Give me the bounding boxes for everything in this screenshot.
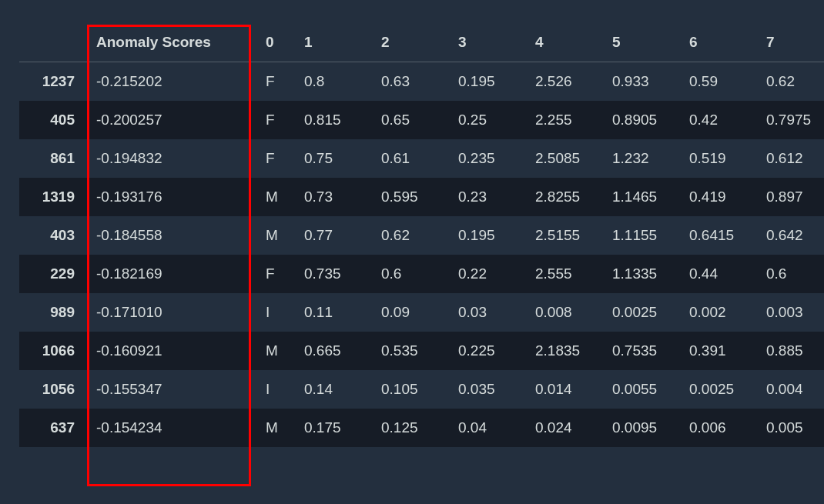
row-index: 861	[19, 139, 89, 178]
cell: 2.255	[528, 101, 605, 139]
table-row: 1319 -0.193176 M 0.73 0.595 0.23 2.8255 …	[19, 178, 824, 216]
cell: 0.6415	[682, 216, 759, 255]
cell-anomaly: -0.184558	[89, 216, 258, 255]
cell: F	[258, 62, 296, 102]
table-row: 1237 -0.215202 F 0.8 0.63 0.195 2.526 0.…	[19, 62, 824, 102]
col-header-anomaly: Anomaly Scores	[89, 23, 258, 62]
cell: 2.5085	[528, 139, 605, 178]
table-row: 1056 -0.155347 I 0.14 0.105 0.035 0.014 …	[19, 370, 824, 409]
data-table: Anomaly Scores 0 1 2 3 4 5 6 7 1237 -0.2…	[19, 23, 824, 447]
cell: 0.6	[759, 255, 824, 293]
cell: 0.008	[528, 293, 605, 332]
cell: 0.235	[451, 139, 528, 178]
index-header	[19, 23, 89, 62]
cell: 0.175	[296, 409, 373, 447]
cell: 0.885	[759, 332, 824, 370]
cell: 0.004	[759, 370, 824, 409]
cell: 0.897	[759, 178, 824, 216]
cell: 0.44	[682, 255, 759, 293]
cell: 0.73	[296, 178, 373, 216]
cell: 0.035	[451, 370, 528, 409]
cell: 0.933	[605, 62, 682, 102]
table-row: 637 -0.154234 M 0.175 0.125 0.04 0.024 0…	[19, 409, 824, 447]
cell: 2.1835	[528, 332, 605, 370]
cell: M	[258, 332, 296, 370]
row-index: 637	[19, 409, 89, 447]
col-header-2: 2	[373, 23, 451, 62]
cell: 0.04	[451, 409, 528, 447]
row-index: 1237	[19, 62, 89, 102]
table-row: 1066 -0.160921 M 0.665 0.535 0.225 2.183…	[19, 332, 824, 370]
cell: 0.0095	[605, 409, 682, 447]
cell: 0.77	[296, 216, 373, 255]
cell: 0.03	[451, 293, 528, 332]
cell-anomaly: -0.193176	[89, 178, 258, 216]
cell: 0.59	[682, 62, 759, 102]
col-header-0: 0	[258, 23, 296, 62]
cell: 0.09	[373, 293, 451, 332]
col-header-3: 3	[451, 23, 528, 62]
cell: M	[258, 216, 296, 255]
cell: 0.62	[759, 62, 824, 102]
cell-anomaly: -0.154234	[89, 409, 258, 447]
cell: 0.14	[296, 370, 373, 409]
table-row: 861 -0.194832 F 0.75 0.61 0.235 2.5085 1…	[19, 139, 824, 178]
cell: 0.665	[296, 332, 373, 370]
cell: 0.815	[296, 101, 373, 139]
cell: 0.005	[759, 409, 824, 447]
cell: 0.535	[373, 332, 451, 370]
cell: 1.232	[605, 139, 682, 178]
cell: 0.23	[451, 178, 528, 216]
cell: F	[258, 255, 296, 293]
cell: 0.11	[296, 293, 373, 332]
cell: 0.25	[451, 101, 528, 139]
cell: 0.391	[682, 332, 759, 370]
col-header-1: 1	[296, 23, 373, 62]
cell: 0.105	[373, 370, 451, 409]
cell: 0.612	[759, 139, 824, 178]
cell: F	[258, 101, 296, 139]
cell: F	[258, 139, 296, 178]
table-row: 229 -0.182169 F 0.735 0.6 0.22 2.555 1.1…	[19, 255, 824, 293]
data-table-container: Anomaly Scores 0 1 2 3 4 5 6 7 1237 -0.2…	[19, 23, 805, 447]
cell: 1.1465	[605, 178, 682, 216]
cell: 0.75	[296, 139, 373, 178]
cell: 2.555	[528, 255, 605, 293]
cell: 0.024	[528, 409, 605, 447]
col-header-5: 5	[605, 23, 682, 62]
cell: 0.8905	[605, 101, 682, 139]
cell: M	[258, 178, 296, 216]
cell: 0.003	[759, 293, 824, 332]
row-index: 403	[19, 216, 89, 255]
cell: 0.125	[373, 409, 451, 447]
cell: I	[258, 293, 296, 332]
cell: 0.6	[373, 255, 451, 293]
cell: 0.61	[373, 139, 451, 178]
cell: 0.65	[373, 101, 451, 139]
table-row: 989 -0.171010 I 0.11 0.09 0.03 0.008 0.0…	[19, 293, 824, 332]
row-index: 1066	[19, 332, 89, 370]
cell: 0.642	[759, 216, 824, 255]
cell: 1.1155	[605, 216, 682, 255]
cell: 0.7535	[605, 332, 682, 370]
row-index: 229	[19, 255, 89, 293]
cell: 0.0055	[605, 370, 682, 409]
cell: 0.002	[682, 293, 759, 332]
row-index: 1319	[19, 178, 89, 216]
col-header-6: 6	[682, 23, 759, 62]
cell: 0.419	[682, 178, 759, 216]
cell: 0.62	[373, 216, 451, 255]
table-row: 403 -0.184558 M 0.77 0.62 0.195 2.5155 1…	[19, 216, 824, 255]
cell-anomaly: -0.215202	[89, 62, 258, 102]
cell: 0.735	[296, 255, 373, 293]
table-row: 405 -0.200257 F 0.815 0.65 0.25 2.255 0.…	[19, 101, 824, 139]
cell: 1.1335	[605, 255, 682, 293]
cell: 0.8	[296, 62, 373, 102]
cell: 2.526	[528, 62, 605, 102]
cell: 0.0025	[605, 293, 682, 332]
cell: 0.006	[682, 409, 759, 447]
cell-anomaly: -0.155347	[89, 370, 258, 409]
cell: 0.519	[682, 139, 759, 178]
cell-anomaly: -0.194832	[89, 139, 258, 178]
cell: M	[258, 409, 296, 447]
